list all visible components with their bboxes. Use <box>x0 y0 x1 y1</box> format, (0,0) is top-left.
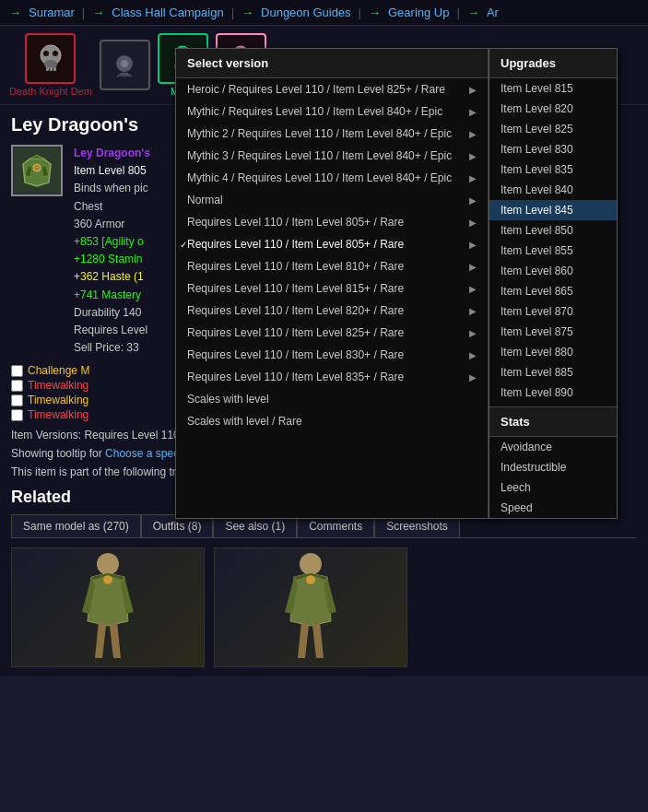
tt-slot: Chest <box>74 198 150 216</box>
arrow-icon-mythic4: ▶ <box>469 173 477 183</box>
dropdown-item-req815[interactable]: Requires Level 110 / Item Level 815+ / R… <box>176 277 488 300</box>
upgrades-header: Upgrades <box>489 49 617 78</box>
model-box-2 <box>214 547 407 667</box>
checkbox-timewalking-3[interactable] <box>11 409 23 421</box>
dk-skull-icon <box>32 41 69 77</box>
iv-label: Item Versions: <box>11 429 81 441</box>
item-icon-box <box>11 145 63 196</box>
nav-sep-3: | <box>359 6 361 19</box>
svg-point-21 <box>300 553 322 575</box>
nav-arrow-3: → <box>242 6 253 19</box>
nav-sep-1: | <box>82 6 85 19</box>
upgrade-830[interactable]: Item Level 830 <box>489 139 617 159</box>
upgrade-890[interactable]: Item Level 890 <box>489 382 617 403</box>
arrow-icon-mythic: ▶ <box>469 107 477 117</box>
tt-bind: Binds when pic <box>74 180 150 197</box>
dropdown-item-req830[interactable]: Requires Level 110 / Item Level 830+ / R… <box>176 344 488 366</box>
nav-ar[interactable]: Ar <box>487 6 499 19</box>
nav-arrow-2: → <box>92 6 104 19</box>
nav-suramar[interactable]: Suramar <box>29 6 75 19</box>
checkbox-timewalking-1[interactable] <box>11 380 23 392</box>
stat-leech[interactable]: Leech <box>489 477 617 498</box>
model-box-1 <box>11 547 205 667</box>
dropdown-item-scales[interactable]: Scales with level <box>176 388 488 410</box>
arrow-icon-req825: ▶ <box>469 328 477 338</box>
upgrade-850[interactable]: Item Level 850 <box>489 220 617 241</box>
upgrade-855[interactable]: Item Level 855 <box>489 241 617 261</box>
dropdown-item-scales-rare[interactable]: Scales with level / Rare <box>176 410 488 432</box>
nav-sep-2: | <box>231 6 234 19</box>
cb-label-4: Timewalking <box>28 408 88 421</box>
arrow-icon-req815: ▶ <box>469 284 477 294</box>
tt-req: Requires Level <box>74 322 150 339</box>
svg-point-8 <box>121 60 128 67</box>
checkbox-timewalking-2[interactable] <box>11 394 23 406</box>
dropdown-container: Select version Heroic / Requires Level 1… <box>175 48 618 519</box>
nav-dungeon-guides[interactable]: Dungeon Guides <box>261 6 351 19</box>
tt-stat2: +1280 Stamin <box>74 251 150 268</box>
svg-rect-5 <box>50 67 53 71</box>
stat-indestructible[interactable]: Indestructible <box>489 457 617 477</box>
tt-stat1: +853 [Agility o <box>74 233 150 251</box>
upgrade-815[interactable]: Item Level 815 <box>489 78 617 99</box>
model-figure-1 <box>62 547 154 667</box>
upgrade-875[interactable]: Item Level 875 <box>489 322 617 342</box>
upgrade-865[interactable]: Item Level 865 <box>489 281 617 301</box>
upgrade-835[interactable]: Item Level 835 <box>489 159 617 180</box>
dropdown-item-mythic4[interactable]: Mythic 4 / Requires Level 110 / Item Lev… <box>176 167 488 189</box>
char-icon-dk[interactable] <box>25 33 76 84</box>
cb-label-2: Timewalking <box>28 379 88 392</box>
dropdown-item-mythic[interactable]: Mythic / Requires Level 110 / Item Level… <box>176 100 488 123</box>
nav-gearing-up[interactable]: Gearing Up <box>388 6 449 19</box>
dropdown-item-req805-2[interactable]: Requires Level 110 / Item Level 805+ / R… <box>176 233 488 255</box>
tt-mastery: +741 Mastery <box>74 287 150 304</box>
dropdown-item-normal[interactable]: Normal ▶ <box>176 189 488 211</box>
checkbox-challenge[interactable] <box>11 365 23 377</box>
dropdown-main: Select version Heroic / Requires Level 1… <box>175 48 489 519</box>
upgrade-860[interactable]: Item Level 860 <box>489 261 617 281</box>
svg-point-2 <box>43 51 49 56</box>
upgrade-880[interactable]: Item Level 880 <box>489 342 617 362</box>
dropdown-item-mythic3[interactable]: Mythic 3 / Requires Level 110 / Item Lev… <box>176 145 488 167</box>
upgrade-825[interactable]: Item Level 825 <box>489 119 617 139</box>
arrow-icon-mythic2: ▶ <box>469 129 477 139</box>
arrow-icon-req810: ▶ <box>469 262 477 272</box>
svg-point-20 <box>103 575 112 584</box>
nav-class-hall[interactable]: Class Hall Campaign <box>112 6 223 19</box>
tt-durability: Durability 140 <box>74 304 150 322</box>
upgrade-820[interactable]: Item Level 820 <box>489 99 617 119</box>
model-figure-2 <box>265 547 357 667</box>
upgrade-885[interactable]: Item Level 885 <box>489 362 617 382</box>
char-unit-2 <box>100 40 150 90</box>
char-unit-dk: Death Knight Dem <box>9 33 92 97</box>
arrow-icon-normal: ▶ <box>469 195 477 206</box>
tt-item-name: Ley Dragoon's <box>74 145 150 162</box>
nav-arrow-1: → <box>9 6 21 19</box>
dropdown-item-req805-1[interactable]: Requires Level 110 / Item Level 805+ / R… <box>176 211 488 233</box>
dropdown-item-mythic2[interactable]: Mythic 2 / Requires Level 110 / Item Lev… <box>176 123 488 145</box>
upgrade-845[interactable]: Item Level 845 <box>489 200 617 220</box>
stat-speed[interactable]: Speed <box>489 498 617 518</box>
dropdown-item-req810[interactable]: Requires Level 110 / Item Level 810+ / R… <box>176 255 488 277</box>
nav-sep-4: | <box>456 6 459 19</box>
upgrade-840[interactable]: Item Level 840 <box>489 180 617 200</box>
arrow-icon-req805-1: ▶ <box>469 218 477 228</box>
dropdown-item-req825[interactable]: Requires Level 110 / Item Level 825+ / R… <box>176 322 488 344</box>
showing-label: Showing tooltip for <box>11 447 102 460</box>
svg-point-22 <box>306 575 315 584</box>
tab-same-model[interactable]: Same model as (270) <box>11 514 141 537</box>
svg-rect-4 <box>46 67 49 71</box>
choose-spec-link[interactable]: Choose a spec <box>105 447 179 460</box>
dropdown-item-req820[interactable]: Requires Level 110 / Item Level 820+ / R… <box>176 300 488 322</box>
dropdown-item-heroic[interactable]: Heroic / Requires Level 110 / Item Level… <box>176 78 488 100</box>
upgrade-870[interactable]: Item Level 870 <box>489 301 617 322</box>
arrow-icon-req835: ▶ <box>469 372 477 382</box>
arrow-icon-heroic: ▶ <box>469 85 477 95</box>
stat-avoidance[interactable]: Avoidance <box>489 437 617 457</box>
svg-point-18 <box>33 164 41 171</box>
dropdown-item-req835[interactable]: Requires Level 110 / Item Level 835+ / R… <box>176 366 488 388</box>
arrow-icon-req830: ▶ <box>469 350 477 360</box>
nav-arrow-5: → <box>467 6 479 19</box>
char-icon-2[interactable] <box>100 40 150 90</box>
tt-item-level: Item Level 805 <box>74 162 150 180</box>
